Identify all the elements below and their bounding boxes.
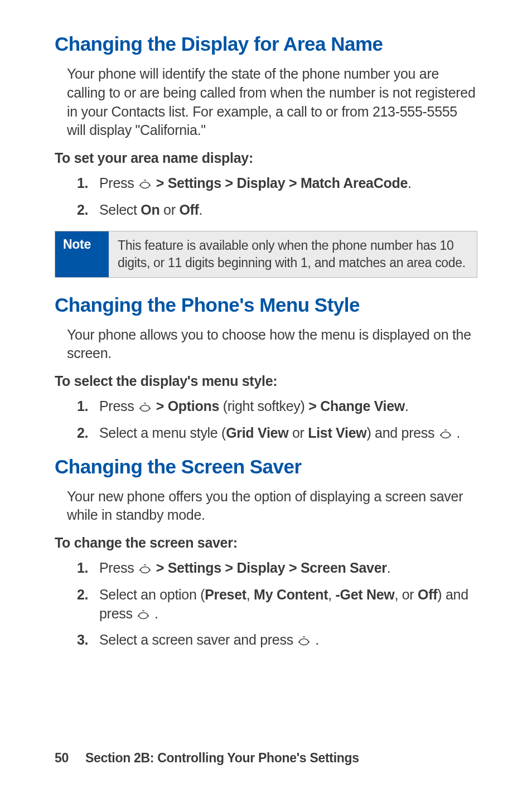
step-text: Press	[99, 560, 138, 575]
note-text: This feature is available only when the …	[109, 231, 477, 277]
step-bold: > Options	[152, 398, 219, 414]
step-number: 2.	[77, 586, 88, 604]
step-text: .	[151, 606, 158, 621]
step-bold: On	[141, 202, 159, 217]
step-item: 1. Press > Settings > Display > Screen S…	[55, 559, 477, 579]
svg-point-20	[299, 639, 308, 645]
step-text: , or	[394, 587, 418, 602]
steps-list: 1. Press > Settings > Display > Screen S…	[55, 559, 477, 651]
step-bold: > Change View	[308, 398, 405, 414]
step-bold: List View	[308, 425, 366, 441]
step-text: .	[199, 202, 203, 217]
step-text: ,	[328, 587, 335, 602]
step-text: Select a menu style (	[99, 425, 226, 441]
svg-point-16	[139, 612, 148, 618]
step-text: .	[387, 560, 391, 575]
step-item: 1. Press > Settings > Display > Match Ar…	[55, 174, 477, 194]
step-text: Press	[99, 398, 138, 414]
subheading: To set your area name display:	[55, 150, 477, 166]
step-text: .	[408, 175, 412, 191]
subheading: To select the display's menu style:	[55, 373, 477, 389]
step-item: 2. Select a menu style (Grid View or Lis…	[55, 424, 477, 444]
step-bold: Preset	[205, 587, 246, 602]
svg-point-4	[141, 405, 149, 412]
nav-key-icon	[137, 606, 149, 625]
step-number: 1.	[77, 559, 88, 578]
steps-list: 1. Press > Options (right softkey) > Cha…	[55, 397, 477, 444]
svg-point-12	[141, 567, 149, 573]
step-text: ) and press	[366, 425, 438, 441]
paragraph: Your phone allows you to choose how the …	[55, 326, 477, 364]
step-bold: -Get New	[336, 587, 395, 602]
page-number: 50	[55, 751, 69, 765]
section-label: Section 2B: Controlling Your Phone's Set…	[85, 751, 359, 765]
step-text: Select an option (	[99, 587, 205, 602]
heading-menu-style: Changing the Phone's Menu Style	[55, 293, 477, 317]
steps-list: 1. Press > Settings > Display > Match Ar…	[55, 174, 477, 220]
step-text: or	[288, 425, 308, 441]
step-bold: My Content	[254, 587, 328, 602]
step-text: Select	[99, 202, 141, 217]
step-bold: Off	[418, 587, 437, 602]
page: Changing the Display for Area Name Your …	[0, 0, 532, 798]
step-text: Press	[99, 175, 138, 191]
step-number: 2.	[77, 201, 88, 220]
step-text: .	[405, 398, 409, 414]
step-text: ,	[246, 587, 254, 602]
step-item: 2. Select On or Off.	[55, 201, 477, 220]
step-text: .	[453, 425, 460, 441]
nav-key-icon	[139, 560, 151, 579]
svg-point-8	[441, 432, 450, 438]
step-number: 1.	[77, 397, 88, 416]
step-bold: > Settings > Display > Match AreaCode	[152, 175, 408, 191]
paragraph: Your new phone offers you the option of …	[55, 487, 477, 525]
step-text: .	[311, 632, 318, 647]
subheading: To change the screen saver:	[55, 535, 477, 551]
heading-screen-saver: Changing the Screen Saver	[55, 455, 477, 478]
nav-key-icon	[139, 175, 151, 194]
step-number: 2.	[77, 424, 88, 443]
nav-key-icon	[139, 398, 151, 417]
note-box: Note This feature is available only when…	[55, 231, 477, 278]
step-item: 2. Select an option (Preset, My Content,…	[55, 586, 477, 625]
svg-point-0	[141, 182, 149, 188]
page-footer: 50Section 2B: Controlling Your Phone's S…	[55, 751, 359, 766]
paragraph: Your phone will identify the state of th…	[55, 65, 477, 140]
step-item: 3. Select a screen saver and press .	[55, 631, 477, 651]
step-item: 1. Press > Options (right softkey) > Cha…	[55, 397, 477, 417]
step-number: 1.	[77, 174, 88, 193]
step-bold: Off	[179, 202, 199, 217]
step-bold: > Settings > Display > Screen Saver	[152, 560, 387, 575]
note-label: Note	[55, 231, 109, 277]
step-text: (right softkey)	[219, 398, 308, 414]
step-text: or	[159, 202, 179, 217]
heading-area-name: Changing the Display for Area Name	[55, 32, 477, 56]
nav-key-icon	[298, 632, 310, 651]
step-bold: Grid View	[226, 425, 288, 441]
step-number: 3.	[77, 631, 88, 650]
step-text: Select a screen saver and press	[99, 632, 297, 647]
nav-key-icon	[439, 425, 452, 444]
